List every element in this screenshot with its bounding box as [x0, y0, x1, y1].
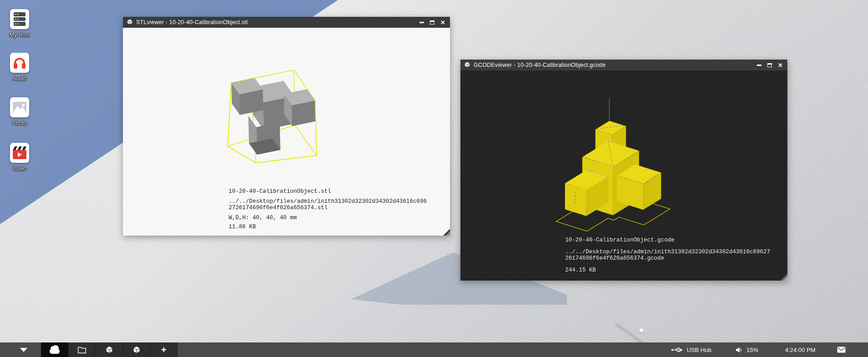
desktop-icon-video[interactable]: Video	[3, 143, 36, 172]
server-icon	[10, 9, 29, 29]
stl-window-titlebar[interactable]: STLviewer - 10-20-40-CalibrationObject.s…	[123, 17, 450, 28]
desktop-icon-label: Video	[13, 166, 26, 172]
clock-text: 4:24:00 PM	[785, 347, 816, 353]
usb-icon	[671, 347, 683, 353]
taskbar: + USB Hub 15% 4:24:00 PM	[0, 342, 868, 357]
close-icon[interactable]: ✕	[440, 20, 445, 25]
app-cube-icon	[127, 19, 133, 26]
gcode-filename: 10-20-40-CalibrationObject.gcode	[565, 237, 770, 243]
photo-icon	[10, 97, 29, 117]
maximize-icon[interactable]	[767, 63, 772, 67]
stl-window-body: 10-20-40-CalibrationObject.stl ../../Des…	[123, 28, 450, 236]
taskbar-item-files[interactable]	[68, 342, 96, 357]
desktop-icon-photo[interactable]: Photo	[3, 97, 36, 127]
headphones-icon	[10, 53, 29, 73]
taskbar-item-cloud[interactable]	[41, 342, 68, 357]
plus-icon: +	[161, 345, 167, 354]
desktop-icon-label: Audio	[13, 75, 27, 82]
speaker-icon	[736, 347, 743, 353]
stl-filesize: 11.86 KB	[229, 224, 427, 230]
tray-usb-hub[interactable]: USB Hub	[671, 342, 711, 357]
minimize-icon[interactable]	[757, 65, 761, 66]
desktop-icon-label: My Host	[10, 32, 30, 38]
stl-path-line2: 2726174696f6e4f626a656374.stl	[229, 205, 427, 211]
resize-handle[interactable]	[781, 274, 787, 281]
stl-viewer-window: STLviewer - 10-20-40-CalibrationObject.s…	[123, 17, 450, 236]
desktop-icon-label: Photo	[12, 120, 26, 126]
stl-model	[231, 78, 316, 155]
stl-dimensions: W,D,H: 40, 40, 40 mm	[229, 215, 427, 221]
gcode-path-line2: 26174696f6e4f626a656374.gcode	[565, 255, 770, 261]
gcode-path-line1: ../../Desktop/files/admin/inith31302d323…	[565, 249, 770, 255]
gcode-filesize: 244.15 KB	[565, 267, 770, 273]
gcode-file-info: 10-20-40-CalibrationObject.gcode ../../D…	[565, 237, 770, 273]
stl-window-title: STLviewer - 10-20-40-CalibrationObject.s…	[136, 19, 416, 25]
gcode-viewer-window: GCODEviewer - 10-20-40-CalibrationObject…	[460, 60, 787, 281]
volume-level: 15%	[746, 347, 758, 353]
gcode-window-body: 10-20-40-CalibrationObject.gcode ../../D…	[460, 70, 787, 281]
cube-icon	[105, 346, 113, 354]
minimize-icon[interactable]	[419, 22, 424, 23]
gcode-model	[565, 121, 661, 216]
cube-icon	[133, 346, 141, 354]
resize-handle[interactable]	[443, 229, 450, 236]
gcode-window-titlebar[interactable]: GCODEviewer - 10-20-40-CalibrationObject…	[460, 60, 787, 70]
stl-filename: 10-20-40-CalibrationObject.stl	[229, 188, 427, 195]
app-cube-icon	[464, 61, 470, 69]
tray-clock[interactable]: 4:24:00 PM	[785, 342, 816, 357]
folder-icon	[77, 346, 87, 354]
desktop: My Host Audio Photo Video STLview	[0, 0, 868, 357]
gcode-window-title: GCODEviewer - 10-20-40-CalibrationObject…	[474, 62, 754, 68]
envelope-icon	[837, 347, 846, 353]
close-icon[interactable]: ✕	[778, 62, 783, 68]
desktop-icon-my-host[interactable]: My Host	[3, 9, 36, 39]
taskbar-item-new[interactable]: +	[150, 342, 178, 357]
stl-path-line1: ../../Desktop/files/admin/inith31302d323…	[229, 198, 427, 205]
maximize-icon[interactable]	[430, 20, 434, 25]
taskbar-item-stl-viewer[interactable]	[96, 342, 123, 357]
clapperboard-icon	[10, 143, 29, 163]
taskbar-item-gcode-viewer[interactable]	[123, 342, 150, 357]
taskbar-collapse-caret-icon[interactable]	[20, 348, 27, 352]
cloud-icon	[50, 349, 60, 354]
usb-hub-label: USB Hub	[687, 347, 711, 353]
tray-notifications[interactable]	[837, 342, 846, 357]
desktop-icon-audio[interactable]: Audio	[3, 53, 36, 82]
wallpaper-pin	[639, 328, 643, 332]
stl-file-info: 10-20-40-CalibrationObject.stl ../../Des…	[229, 188, 427, 230]
taskbar-items: +	[41, 342, 178, 357]
tray-volume[interactable]: 15%	[736, 342, 758, 357]
